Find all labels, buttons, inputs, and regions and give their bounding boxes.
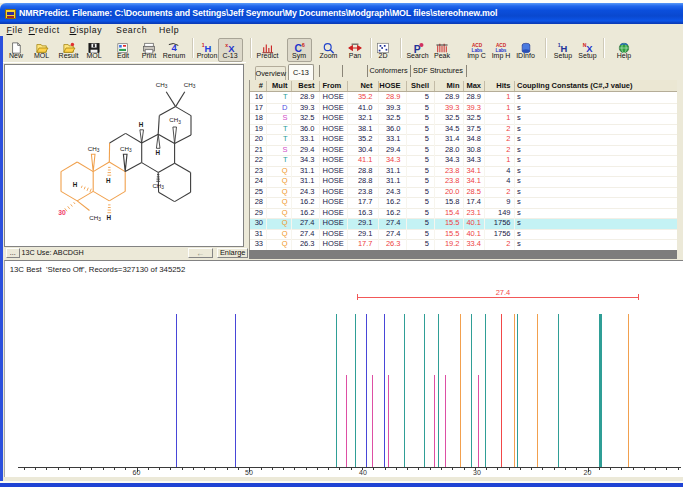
svg-text:H: H [73,181,78,188]
svg-text:CH3: CH3 [156,81,168,89]
svg-text:CH3: CH3 [152,182,164,190]
svg-text:CH3: CH3 [184,81,196,89]
svg-text:CH3: CH3 [88,145,100,153]
svg-text:30: 30 [58,209,66,216]
svg-text:CH3: CH3 [89,214,101,222]
svg-text:H: H [106,214,111,221]
svg-text:CH3: CH3 [169,116,181,124]
svg-text:ACD: ACD [496,43,507,48]
svg-text:6: 6 [302,42,305,48]
svg-text:H: H [106,177,111,184]
svg-text:H: H [155,149,160,156]
svg-text:CH3: CH3 [120,145,132,153]
svg-text:H: H [139,121,144,128]
svg-text:ACD: ACD [471,43,482,48]
